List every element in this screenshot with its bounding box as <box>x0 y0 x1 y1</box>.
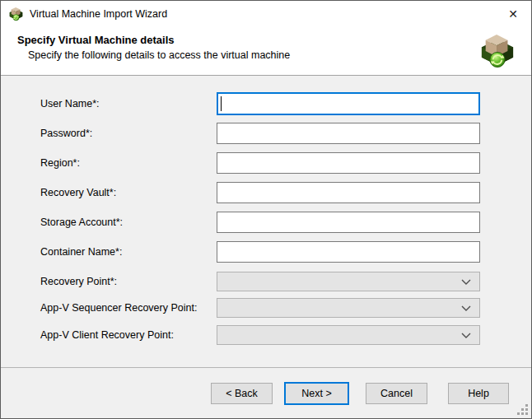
appv-client-recovery-point-select[interactable] <box>217 325 480 345</box>
appv-sequencer-recovery-point-row: App-V Sequencer Recovery Point: <box>1 298 531 318</box>
close-icon: ✕ <box>508 7 518 21</box>
appv-sequencer-recovery-point-label: App-V Sequencer Recovery Point: <box>40 298 197 318</box>
resize-grip[interactable] <box>517 404 529 416</box>
cancel-button[interactable]: Cancel <box>366 383 427 404</box>
window-title: Virtual Machine Import Wizard <box>30 8 167 20</box>
storage-account-input[interactable] <box>217 212 480 233</box>
region-row: Region*: <box>1 152 531 174</box>
close-button[interactable]: ✕ <box>503 5 523 23</box>
recovery-point-select[interactable] <box>217 272 480 291</box>
recovery-vault-label: Recovery Vault*: <box>40 182 116 203</box>
container-name-row: Container Name*: <box>1 241 531 263</box>
wizard-box-icon <box>480 31 515 71</box>
chevron-down-icon <box>461 279 471 285</box>
virtual-machine-import-wizard-dialog: Virtual Machine Import Wizard ✕ Specify … <box>0 0 532 419</box>
chevron-down-icon <box>461 305 471 311</box>
title-bar[interactable]: Virtual Machine Import Wizard ✕ <box>1 1 531 26</box>
text-caret <box>221 96 222 111</box>
user-name-row: User Name*: <box>1 92 531 115</box>
appv-sequencer-recovery-point-select[interactable] <box>217 298 480 318</box>
region-input[interactable] <box>217 152 480 174</box>
recovery-point-row: Recovery Point*: <box>1 272 531 291</box>
password-label: Password*: <box>40 123 92 144</box>
recovery-point-label: Recovery Point*: <box>40 272 117 291</box>
recovery-vault-input[interactable] <box>217 182 480 203</box>
storage-account-label: Storage Account*: <box>40 212 123 233</box>
appv-client-recovery-point-row: App-V Client Recovery Point: <box>1 325 531 345</box>
recovery-vault-row: Recovery Vault*: <box>1 182 531 203</box>
storage-account-row: Storage Account*: <box>1 212 531 233</box>
wizard-header: Specify Virtual Machine details Specify … <box>1 26 531 76</box>
region-label: Region*: <box>40 152 80 174</box>
back-button[interactable]: < Back <box>211 383 273 404</box>
container-name-label: Container Name*: <box>40 241 122 263</box>
page-title: Specify Virtual Machine details <box>17 34 175 46</box>
container-name-input[interactable] <box>217 241 480 263</box>
user-name-input[interactable] <box>217 92 480 115</box>
chevron-down-icon <box>461 333 471 338</box>
next-button[interactable]: Next > <box>284 382 349 405</box>
page-subtitle: Specify the following details to access … <box>28 49 290 61</box>
help-button[interactable]: Help <box>448 383 509 404</box>
appv-client-recovery-point-label: App-V Client Recovery Point: <box>40 325 174 345</box>
app-icon <box>9 7 23 21</box>
user-name-label: User Name*: <box>40 92 100 115</box>
password-row: Password*: <box>1 123 531 144</box>
password-input[interactable] <box>217 123 480 144</box>
